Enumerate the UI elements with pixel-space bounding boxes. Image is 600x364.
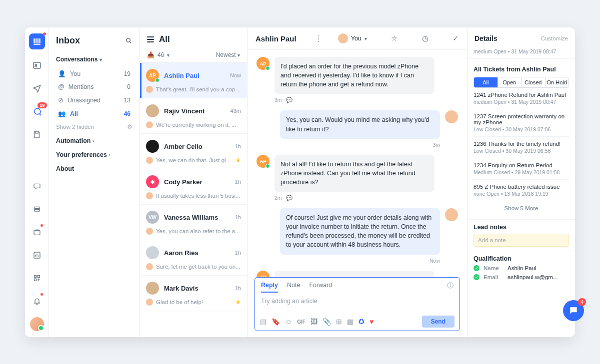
conversation-item[interactable]: Amber Cello 1h Yes, we can do that. Just… [140, 134, 247, 169]
template-icon[interactable]: ▤ [260, 318, 266, 326]
qualification-row: ✓ Name Ashlin Paul [474, 265, 569, 271]
assignee-dropdown[interactable]: You▾ [338, 33, 367, 43]
reply-avatar [146, 157, 153, 164]
check-icon: ✓ [474, 265, 480, 271]
apps-icon[interactable] [30, 271, 44, 285]
messenger-fab[interactable]: 4 [563, 300, 584, 321]
sort-dropdown[interactable]: Newest ▾ [216, 51, 240, 58]
star-icon[interactable]: ☆ [391, 34, 398, 43]
ticket-item[interactable]: 1236 Thanks for the timely refund! Low C… [474, 137, 569, 158]
conversation-item[interactable]: Rajiv Vincent 43m We're currently workin… [140, 98, 247, 134]
heart-icon[interactable]: ♥ [370, 318, 374, 326]
menu-icon[interactable] [147, 36, 154, 42]
conversation-column: All 📥 46 ▾ Newest ▾ AP Ashlin Paul Now T… [140, 27, 248, 337]
conversation-item[interactable]: VW Vanessa Williams 1h Yes, you can also… [140, 205, 247, 240]
ticket-item[interactable]: 1234 Enquiry on Return Period Medium Clo… [474, 158, 569, 180]
assignee-avatar [338, 33, 348, 43]
send-button[interactable]: Send [422, 316, 454, 328]
compose-input[interactable]: Try adding an article [255, 293, 460, 313]
send-icon[interactable] [30, 81, 44, 95]
avatar [146, 140, 159, 153]
close-conversation-icon[interactable]: ✓ [452, 34, 459, 43]
qr-icon[interactable]: ▦ [347, 318, 354, 326]
avatar [146, 282, 159, 295]
tab-reply[interactable]: Reply [261, 282, 278, 293]
sidebar-prefs[interactable]: Your preferences › [56, 151, 132, 158]
chat-header: Ashlin Paul ⋮ You▾ ☆ ◷ ✓ [248, 27, 467, 50]
fab-badge: 4 [578, 298, 586, 306]
ticket-filters: All Open Closed On Hold [474, 77, 569, 88]
tab-note[interactable]: Note [287, 282, 300, 293]
conversation-item[interactable]: Mark Davis 1h Glad to be of help! ★ [140, 276, 247, 311]
sidebar: Inbox Conversations▾ 👤You 19 @Mentions 0… [49, 27, 140, 337]
svg-rect-3 [39, 38, 40, 43]
conversation-item[interactable]: AP Ashlin Paul Now That's great. I'll se… [140, 63, 247, 98]
sidebar-automation[interactable]: Automation › [56, 137, 132, 144]
more-icon[interactable]: ⋮ [314, 34, 322, 43]
chat-icon[interactable]: 19 [30, 104, 44, 118]
save-icon[interactable] [30, 127, 44, 141]
qualification-title: Qualification [474, 255, 569, 262]
image-icon[interactable]: 🖼 [310, 318, 318, 326]
conversation-item[interactable]: Aaron Ries 1h Sure, let me get back to y… [140, 240, 247, 276]
filter-all[interactable]: All [474, 77, 498, 87]
sidebar-item-mentions[interactable]: @Mentions 0 [56, 80, 132, 93]
conversation-name: Aaron Ries [164, 249, 230, 257]
svg-rect-13 [38, 276, 40, 278]
qual-value: Ashlin Paul [508, 265, 536, 271]
app-logo[interactable] [29, 33, 45, 49]
contacts-icon[interactable] [30, 58, 44, 72]
layers-icon[interactable] [30, 202, 44, 216]
message-row: AP That's great. I'll send you a copy of… [256, 271, 458, 278]
svg-rect-2 [37, 38, 38, 43]
show-more-tickets[interactable]: Show 5 More [474, 201, 569, 215]
ticket-item[interactable]: 895 Z Phone battery related issue none O… [474, 180, 569, 201]
message-icon[interactable] [30, 179, 44, 193]
gif-icon[interactable]: GIF [297, 319, 306, 325]
filter-closed[interactable]: Closed [522, 77, 546, 87]
ticket-item[interactable]: 1241 zPhone Refund for Ashlin Paul mediu… [474, 88, 569, 109]
search-icon[interactable] [125, 37, 132, 44]
archive-icon[interactable] [30, 225, 44, 239]
inbox-count[interactable]: 📥 46 ▾ [147, 51, 170, 58]
svg-point-15 [126, 38, 130, 42]
ticket-meta: medium Open • 31 May 2019 00:47 [474, 99, 569, 105]
snooze-icon[interactable]: ◷ [422, 34, 428, 43]
profile-avatar[interactable] [30, 317, 44, 331]
filter-hold[interactable]: On Hold [546, 77, 569, 87]
help-icon[interactable]: ⓘ [447, 282, 454, 293]
ticket-item[interactable]: 1237 Screen protection warranty on my zP… [474, 109, 569, 137]
inbox-icon: 📥 [147, 51, 154, 58]
gear-icon[interactable]: ⚙ [127, 123, 132, 130]
customer-avatar: AP [256, 155, 270, 168]
grid-icon[interactable]: ⊞ [336, 318, 342, 326]
chat-panel: Ashlin Paul ⋮ You▾ ☆ ◷ ✓ AP I'd placed a… [248, 27, 467, 337]
message-bubble: Not at all! I'd like to return this and … [274, 155, 434, 192]
ticket-meta: none Open • 13 Mar 2018 19:19 [474, 191, 569, 197]
filter-open[interactable]: Open [498, 77, 522, 87]
ticket-list: 1241 zPhone Refund for Ashlin Paul mediu… [474, 88, 569, 201]
details-title: Details [474, 34, 498, 42]
conversation-name: Cody Parker [164, 178, 230, 186]
sidebar-item-you[interactable]: 👤You 19 [56, 67, 132, 80]
attach-icon[interactable]: 📎 [322, 318, 331, 326]
show-hidden[interactable]: Show 2 hidden ⚙ [56, 123, 132, 130]
bookmark-icon[interactable]: 🔖 [272, 318, 280, 326]
tab-forward[interactable]: Forward [309, 282, 332, 293]
emoji-icon[interactable]: ☺ [285, 318, 292, 326]
conversation-time: Now [230, 72, 241, 78]
chart-icon[interactable] [30, 248, 44, 262]
svg-rect-12 [34, 276, 36, 278]
ticket-title: 1237 Screen protection warranty on my zP… [474, 113, 569, 125]
star-tool-icon[interactable]: ✪ [358, 318, 364, 326]
bell-icon[interactable] [30, 294, 44, 308]
conversation-item[interactable]: ✱ Cody Parker 1h It usually takes less t… [140, 169, 247, 205]
sidebar-about[interactable]: About [56, 165, 132, 172]
conversations-header[interactable]: Conversations▾ [56, 56, 132, 63]
customize-button[interactable]: Customize [541, 35, 568, 41]
sidebar-item-unassigned[interactable]: ⊘Unassigned 13 [56, 93, 132, 107]
contact-name: Ashlin Paul [256, 34, 296, 43]
sidebar-item-all[interactable]: 👥All 46 [56, 107, 132, 120]
add-note-input[interactable]: Add a note [474, 234, 569, 247]
ticket-meta: Medium Closed • 29 May 2019 01:58 [474, 169, 569, 175]
